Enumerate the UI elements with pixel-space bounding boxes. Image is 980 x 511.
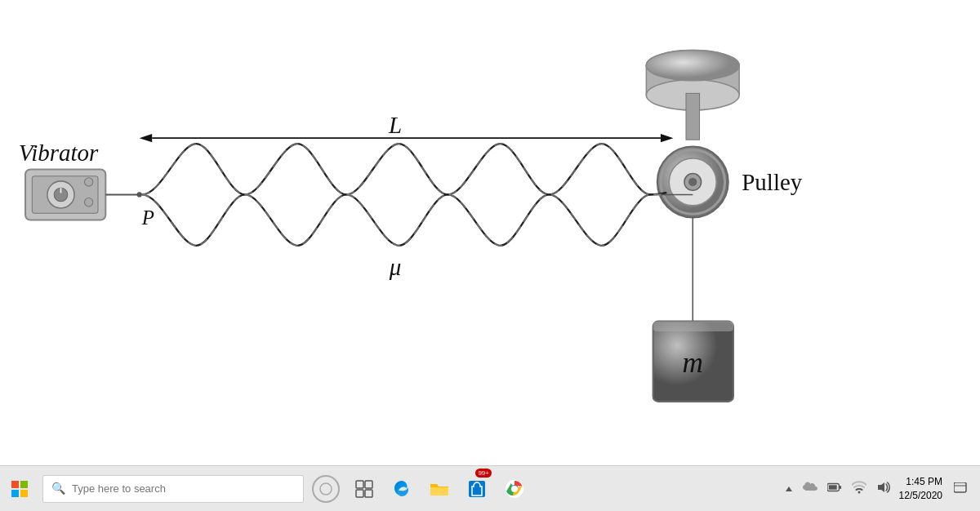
system-clock[interactable]: 1:45 PM 12/5/2020 — [899, 475, 942, 503]
svg-point-16 — [84, 198, 92, 207]
notification-btn[interactable] — [947, 473, 973, 505]
main-content: Vibrator P L μ Pulley m — [0, 0, 980, 465]
svg-rect-41 — [828, 485, 836, 489]
network-icon-btn[interactable] — [849, 478, 870, 500]
volume-icon-btn[interactable] — [873, 478, 894, 500]
pulley-label: Pulley — [742, 169, 803, 195]
task-view-icon-btn[interactable] — [346, 466, 382, 512]
caret-up-icon — [785, 485, 793, 493]
edge-browser-btn[interactable] — [384, 466, 420, 512]
svg-marker-38 — [786, 487, 792, 491]
battery-icon — [827, 482, 842, 493]
taskbar-app-icons: 99+ — [346, 466, 532, 512]
folder-icon — [429, 479, 450, 499]
svg-rect-43 — [954, 482, 966, 492]
svg-rect-29 — [20, 490, 28, 497]
notification-icon — [954, 482, 967, 495]
taskbar: 🔍 — [0, 465, 980, 511]
svg-rect-40 — [839, 486, 841, 489]
cortana-icon — [318, 482, 333, 496]
svg-rect-33 — [356, 490, 363, 497]
svg-rect-27 — [20, 481, 28, 488]
svg-rect-31 — [356, 481, 363, 488]
svg-rect-35 — [469, 481, 485, 497]
system-tray: 1:45 PM 12/5/2020 — [782, 473, 980, 505]
store-badge: 99+ — [475, 469, 492, 478]
vibrator-label: Vibrator — [19, 140, 99, 166]
sys-tray-icons — [782, 478, 894, 500]
file-explorer-btn[interactable] — [421, 466, 457, 512]
svg-marker-23 — [661, 134, 674, 142]
svg-marker-22 — [140, 134, 153, 142]
start-button[interactable] — [0, 466, 39, 512]
task-view-icon — [355, 480, 373, 498]
volume-icon — [876, 481, 891, 494]
mu-label: μ — [389, 254, 402, 280]
svg-point-18 — [137, 192, 142, 197]
svg-rect-34 — [365, 490, 372, 497]
windows-logo-icon — [11, 480, 29, 498]
svg-point-37 — [511, 486, 518, 492]
chrome-btn[interactable] — [497, 466, 532, 512]
chrome-icon — [504, 478, 525, 500]
cloud-icon — [803, 482, 817, 493]
show-hidden-icons-btn[interactable] — [782, 478, 796, 500]
cortana-circle-icon — [312, 475, 340, 503]
search-icon: 🔍 — [51, 482, 65, 495]
task-view-button[interactable] — [309, 475, 340, 503]
p-label: P — [141, 207, 154, 229]
svg-rect-28 — [11, 490, 19, 497]
svg-point-8 — [688, 178, 697, 186]
svg-rect-4 — [686, 93, 700, 140]
store-icon — [466, 478, 488, 500]
physics-diagram: Vibrator P L μ Pulley m — [0, 0, 980, 465]
svg-rect-32 — [365, 481, 372, 488]
wifi-icon — [852, 481, 866, 494]
svg-rect-26 — [11, 481, 19, 488]
store-btn[interactable]: 99+ — [459, 466, 495, 512]
svg-point-15 — [84, 178, 92, 186]
svg-rect-25 — [653, 322, 733, 331]
svg-point-30 — [320, 483, 332, 495]
m-label: m — [683, 347, 703, 379]
onedrive-icon-btn[interactable] — [800, 478, 821, 500]
l-label: L — [388, 112, 402, 138]
taskbar-search-bar[interactable]: 🔍 — [42, 475, 304, 503]
clock-time: 1:45 PM — [899, 475, 942, 489]
svg-point-3 — [646, 51, 739, 81]
svg-point-42 — [858, 491, 860, 493]
edge-icon — [391, 478, 412, 500]
search-input[interactable] — [72, 482, 295, 495]
clock-date: 12/5/2020 — [899, 489, 942, 503]
battery-icon-btn[interactable] — [824, 478, 845, 500]
